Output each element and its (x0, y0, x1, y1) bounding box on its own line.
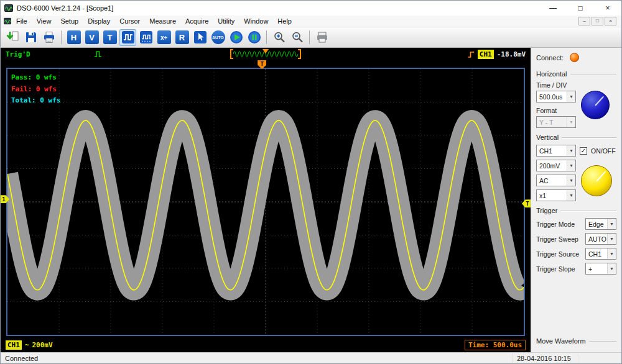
trigger-slope-select[interactable]: + ▾ (585, 263, 616, 275)
scope-display: Pass: 0 wfs Fail: 0 wfs Total: 0 wfs 1 T… (1, 60, 531, 337)
print-icon (42, 30, 56, 44)
acquire-pulse-icon (94, 50, 104, 58)
horizontal-icon: H (67, 30, 81, 44)
waveform-grid[interactable]: Pass: 0 wfs Fail: 0 wfs Total: 0 wfs 1 T… (6, 68, 525, 336)
volts-per-div-readout: 200mV (32, 341, 53, 349)
print-button[interactable] (40, 29, 57, 46)
trigger-mode-select[interactable]: Edge ▾ (585, 218, 616, 230)
horizontal-group-header: Horizontal (536, 70, 616, 78)
cursor-measure-button[interactable] (192, 29, 208, 46)
chevron-down-icon: ▾ (607, 263, 616, 274)
hardcopy-printer-icon (315, 30, 329, 44)
vertical-knob[interactable] (581, 165, 612, 196)
pass-fail-readout: Pass: 0 wfs Fail: 0 wfs Total: 0 wfs (11, 72, 60, 107)
menu-display[interactable]: Display (83, 16, 114, 26)
horizontal-setup-button[interactable]: H (65, 29, 82, 46)
channel-onoff-checkbox[interactable]: ✓ (580, 147, 587, 155)
chevron-down-icon: ▾ (567, 175, 575, 186)
mdi-minimize-button[interactable]: – (578, 17, 590, 25)
volts-div-select[interactable]: 200mV ▾ (536, 160, 576, 171)
hardcopy-button[interactable] (313, 29, 330, 46)
control-panel: Connect: Horizontal Time / DIV 500.0us ▾… (531, 48, 621, 352)
cursor-icon (193, 30, 207, 44)
zoom-in-button[interactable] (271, 29, 287, 46)
connect-label: Connect: (536, 54, 564, 61)
menu-window[interactable]: Window (239, 16, 272, 26)
checkmark-icon: ✓ (581, 148, 586, 154)
coupling-select[interactable]: AC ▾ (536, 175, 576, 186)
trigger-icon: T (103, 30, 117, 44)
pass-fail-pulse-icon (121, 30, 135, 44)
maximize-button[interactable]: □ (567, 1, 594, 16)
waveform-record-button[interactable] (137, 29, 154, 46)
auto-setup-button[interactable]: AUTO (210, 29, 226, 46)
chevron-down-icon: ▾ (567, 91, 575, 102)
vertical-icon: V (85, 30, 99, 44)
refresh-icon: R (175, 30, 189, 44)
time-div-select[interactable]: 500.0us ▾ (536, 91, 576, 102)
preview-trigger-marker[interactable] (262, 49, 269, 53)
menu-setup[interactable]: Setup (56, 16, 83, 26)
datetime-readout: 28-04-2016 10:15 (517, 355, 571, 362)
onoff-label: ON/OFF (591, 147, 616, 155)
trigger-slope-label: Trigger Slope (536, 265, 585, 273)
trigger-status-strip: Trig'D CH1 -18.8mV (1, 48, 531, 60)
save-button[interactable] (22, 29, 39, 46)
vertical-setup-button[interactable]: V (83, 29, 100, 46)
time-div-label: Time / DIV (536, 81, 576, 89)
menu-help[interactable]: Help (273, 16, 296, 26)
window-title: DSO-6000 Ver2.1.24 - [Scope1] (17, 4, 113, 12)
menu-file[interactable]: File (12, 16, 32, 26)
menu-bar: File View Setup Display Cursor Measure A… (1, 16, 621, 27)
menu-acquire[interactable]: Acquire (181, 16, 213, 26)
format-label: Format (536, 107, 576, 114)
trigger-mode-label: Trigger Mode (536, 221, 585, 228)
menu-cursor[interactable]: Cursor (115, 16, 144, 26)
menu-view[interactable]: View (32, 16, 56, 26)
open-button[interactable] (4, 29, 21, 46)
waveform-record-icon (139, 30, 153, 44)
trigger-group-header: Trigger (536, 207, 616, 214)
trigger-sweep-label: Trigger Sweep (536, 235, 585, 243)
menu-measure[interactable]: Measure (145, 16, 180, 26)
trigger-source-badge: CH1 (478, 50, 494, 59)
scope-document-icon (4, 17, 11, 25)
format-select[interactable]: Y - T ▾ (536, 116, 576, 128)
connection-status: Connected (5, 355, 38, 362)
channel-select[interactable]: CH1 ▾ (536, 145, 576, 157)
menu-utility[interactable]: Utility (213, 16, 239, 26)
probe-select[interactable]: x1 ▾ (536, 189, 576, 201)
app-window: DSO-6000 Ver2.1.24 - [Scope1] — □ × File… (0, 0, 622, 364)
trigger-source-select[interactable]: CH1 ▾ (585, 248, 616, 260)
chevron-down-icon: ▾ (607, 234, 616, 244)
trigger-sweep-select[interactable]: AUTO ▾ (585, 233, 616, 245)
trigger-position-marker[interactable]: T (258, 60, 266, 69)
mdi-close-button[interactable]: × (605, 17, 616, 25)
pause-icon (248, 30, 261, 44)
trigger-status: Trig'D (6, 50, 30, 58)
coupling-symbol: ~ (25, 341, 29, 349)
run-button[interactable] (228, 29, 244, 46)
waveform-trace (7, 69, 524, 335)
horizontal-knob[interactable] (581, 91, 610, 119)
close-button[interactable]: × (594, 1, 621, 16)
waveform-preview[interactable] (230, 49, 301, 59)
trigger-level-readout: -18.8mV (497, 50, 526, 58)
connect-led-button[interactable] (570, 53, 579, 62)
refresh-button[interactable]: R (174, 29, 190, 46)
mdi-window-controls: – □ × (578, 17, 618, 25)
chevron-down-icon: ▾ (567, 160, 575, 171)
trigger-setup-button[interactable]: T (101, 29, 118, 46)
pass-fail-button[interactable] (119, 29, 136, 46)
math-button[interactable]: x÷ (156, 29, 172, 46)
zoom-out-button[interactable] (289, 29, 305, 46)
mdi-restore-button[interactable]: □ (592, 17, 603, 25)
total-line: Total: 0 wfs (11, 95, 60, 107)
pause-button[interactable] (246, 29, 262, 46)
minimize-button[interactable]: — (539, 1, 567, 16)
pass-line: Pass: 0 wfs (11, 72, 60, 84)
toolbar-separator (309, 30, 310, 44)
vertical-group-header: Vertical (536, 134, 616, 141)
trigger-edge-icon (467, 50, 475, 58)
preview-right-bracket-icon (298, 49, 301, 59)
